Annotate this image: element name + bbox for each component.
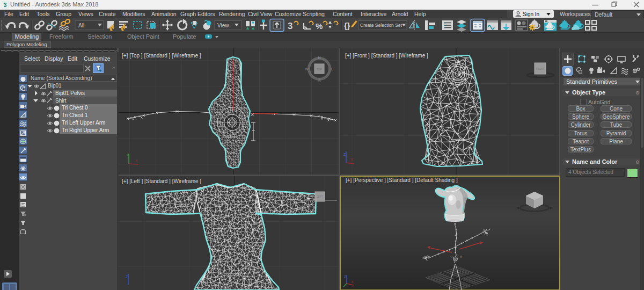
svg-text:S: S (318, 79, 321, 83)
svg-text:Z: Z (343, 153, 346, 156)
svg-text:View: View (217, 23, 229, 28)
svg-text:Z: Z (126, 275, 128, 279)
svg-text:[+] [Perspective ] [Standard ]: [+] [Perspective ] [Standard ] [Default … (346, 177, 458, 183)
svg-text:W: W (305, 67, 309, 71)
svg-text:Create Selection Set: Create Selection Set (360, 23, 402, 28)
svg-text:3: 3 (288, 21, 292, 31)
svg-text:All: All (78, 23, 84, 28)
svg-text:X: X (460, 255, 462, 258)
svg-text:FRONT: FRONT (536, 68, 545, 70)
svg-text:3: 3 (3, 2, 6, 8)
svg-text:[+] [Left ] [Standard ] [Wiref: [+] [Left ] [Standard ] [Wireframe ] (122, 178, 201, 184)
svg-text:Y: Y (127, 154, 129, 157)
svg-text:Y: Y (450, 256, 452, 259)
svg-text:TOP: TOP (317, 68, 323, 71)
svg-text:x: x (352, 280, 354, 284)
svg-text:N: N (318, 56, 320, 60)
svg-text:X: X (135, 159, 138, 163)
svg-text:{}: {} (344, 21, 350, 30)
svg-text:E: E (331, 67, 334, 71)
svg-text:[+] [Top ] [Standard ] [Wirefr: [+] [Top ] [Standard ] [Wireframe ] (122, 53, 201, 59)
svg-text:LEFT: LEFT (317, 195, 323, 198)
svg-text:z: z (344, 274, 346, 278)
svg-text:[+] [Front ] [Standard ] [Wire: [+] [Front ] [Standard ] [Wireframe ] (345, 53, 428, 59)
svg-text:%: % (316, 21, 323, 31)
svg-text:X: X (350, 158, 353, 162)
